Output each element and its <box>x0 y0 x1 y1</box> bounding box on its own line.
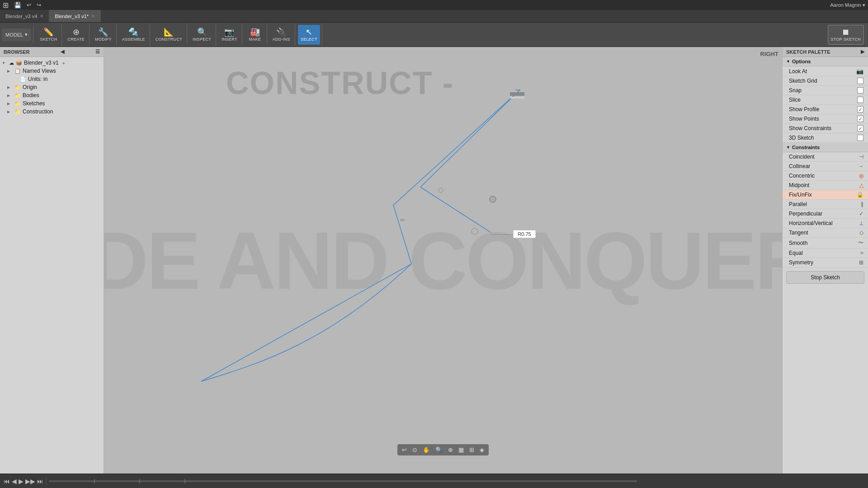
vp-zoom-icon[interactable]: 🔍 <box>434 446 444 454</box>
show-profile-checkbox[interactable] <box>857 106 863 113</box>
root-label: Blender_v3 v1 <box>24 60 59 66</box>
constraint-coincident[interactable]: Coincident ⊣ <box>783 152 868 162</box>
tree-root[interactable]: ▼ ☁ 📦 Blender_v3 v1 ● <box>0 59 104 67</box>
go-next-icon[interactable]: ▶▶ <box>25 478 35 485</box>
vp-fit-icon[interactable]: ⊕ <box>446 446 455 454</box>
create-button[interactable]: ⊕ CREATE <box>65 25 87 45</box>
modify-button[interactable]: 🔧 MODIFY <box>92 25 114 45</box>
palette-expand-icon[interactable]: ▶ <box>861 49 864 55</box>
play-icon[interactable]: ▶ <box>19 478 24 485</box>
browser-collapse-icon[interactable]: ◀ <box>61 49 64 55</box>
constraints-section-header[interactable]: ▼ Constraints <box>783 143 868 152</box>
constraint-horizontal-vertical[interactable]: Horizontal/Vertical ⊥ <box>783 219 868 228</box>
vp-pan-icon[interactable]: ✋ <box>421 446 432 454</box>
vp-more-icon[interactable]: ◈ <box>478 446 486 454</box>
tree-units[interactable]: 📄 Units: in <box>0 75 104 83</box>
tab-label-v1: Blender_v3 v1* <box>55 14 89 19</box>
nav-icons: ⏮ ◀ ▶ ▶▶ ⏭ <box>4 478 43 485</box>
constraint-collinear[interactable]: Collinear → <box>783 162 868 171</box>
make-button[interactable]: 🏭 MAKE <box>245 25 265 45</box>
viewport-controls: ↩ ⊙ ✋ 🔍 ⊕ ▦ ⊞ ◈ <box>397 444 489 455</box>
browser-settings-icon[interactable]: ☰ <box>95 49 100 55</box>
3d-sketch-checkbox[interactable] <box>857 135 863 141</box>
assemble-button[interactable]: 🔩 ASSEMBLE <box>119 25 148 45</box>
go-start-icon[interactable]: ⏮ <box>4 478 10 485</box>
palette-show-points[interactable]: Show Points <box>783 114 868 124</box>
tab-close-v1[interactable]: ✕ <box>91 14 95 19</box>
modify-group: 🔧 MODIFY <box>90 24 117 46</box>
vp-target-icon[interactable]: ⊙ <box>410 446 419 454</box>
constraint-perpendicular[interactable]: Perpendicular ✓ <box>783 209 868 219</box>
constraint-fixunfix[interactable]: Fix/UnFix 🔒 <box>783 190 868 200</box>
tree-sketches[interactable]: ▶ 📁 Sketches <box>0 99 104 108</box>
constraint-parallel[interactable]: Parallel ∥ <box>783 200 868 209</box>
constraint-smooth[interactable]: Smooth 〜 <box>783 238 868 249</box>
canvas-area[interactable]: DIVIDE AND CONQUER CONSTRUCT - RIGHT R0.… <box>104 47 782 474</box>
addins-button[interactable]: 🔌 ADD-INS <box>270 25 293 45</box>
palette-show-profile[interactable]: Show Profile <box>783 105 868 114</box>
file-icon[interactable]: 💾 <box>14 2 21 9</box>
vp-display-icon[interactable]: ⊞ <box>467 446 476 454</box>
constraint-concentric[interactable]: Concentric ◎ <box>783 171 868 181</box>
palette-look-at[interactable]: Look At 📷 <box>783 66 868 76</box>
stop-sketch-label: STOP SKETCH <box>831 37 861 42</box>
mode-dropdown[interactable]: MODEL ▾ <box>2 28 31 41</box>
palette-snap[interactable]: Snap <box>783 86 868 95</box>
equal-icon: = <box>860 250 863 256</box>
vp-undo-icon[interactable]: ↩ <box>400 446 409 454</box>
tab-blender-v4[interactable]: Blender_v3 v4 ✕ <box>0 10 49 22</box>
sketch-grid-checkbox[interactable] <box>857 78 863 84</box>
constraint-symmetry[interactable]: Symmetry ⊞ <box>783 258 868 267</box>
palette-slice[interactable]: Slice <box>783 95 868 105</box>
sketches-label: Sketches <box>23 100 45 107</box>
units-icon: 📄 <box>20 76 26 82</box>
slice-checkbox[interactable] <box>857 97 863 103</box>
constraint-equal[interactable]: Equal = <box>783 249 868 258</box>
options-section-header[interactable]: ▼ Options <box>783 57 868 66</box>
collinear-label: Collinear <box>789 163 810 169</box>
dimension-box <box>513 230 536 238</box>
app-grid-icon[interactable]: ⊞ <box>3 1 9 9</box>
insert-button[interactable]: 📷 INSERT <box>219 25 240 45</box>
tab-close-v4[interactable]: ✕ <box>40 14 43 19</box>
collinear-icon: → <box>858 163 863 169</box>
construct-label: CONSTRUCT <box>156 37 182 42</box>
symmetry-icon: ⊞ <box>859 259 863 266</box>
tree-construction[interactable]: ▶ 📁 Construction <box>0 108 104 116</box>
constraint-midpoint[interactable]: Midpoint △ <box>783 181 868 190</box>
construct-button[interactable]: 📐 CONSTRUCT <box>153 25 185 45</box>
go-end-icon[interactable]: ⏭ <box>37 478 43 485</box>
watermark-text: DIVIDE AND CONQUER <box>104 214 782 307</box>
sketch-button[interactable]: ✏️ SKETCH <box>37 25 60 45</box>
stop-sketch-button[interactable]: Stop Sketch <box>786 271 864 284</box>
show-constraints-checkbox[interactable] <box>857 125 863 131</box>
tab-blender-v1[interactable]: Blender_v3 v1* ✕ <box>49 10 101 22</box>
show-points-checkbox[interactable] <box>857 116 863 122</box>
sketch-canvas[interactable]: R0.75 ✏ <box>104 47 782 474</box>
palette-show-constraints[interactable]: Show Constraints <box>783 124 868 133</box>
parallel-label: Parallel <box>789 201 807 207</box>
tree-origin[interactable]: ▶ 📁 Origin <box>0 83 104 91</box>
root-folder-icon: 📦 <box>16 60 22 66</box>
go-prev-icon[interactable]: ◀ <box>12 478 17 485</box>
stop-sketch-toolbar-button[interactable]: ⏹ STOP SKETCH <box>828 25 864 45</box>
vp-grid-icon[interactable]: ▦ <box>457 446 466 454</box>
undo-icon[interactable]: ↩ <box>27 2 31 8</box>
mode-dropdown-arrow: ▾ <box>25 32 28 38</box>
coincident-label: Coincident <box>789 154 815 160</box>
sketch-group: ✏️ SKETCH <box>35 24 62 46</box>
inspect-button[interactable]: 🔍 INSPECT <box>190 25 214 45</box>
make-icon: 🏭 <box>250 28 260 36</box>
select-button[interactable]: ↖ SELECT <box>298 25 320 45</box>
palette-sketch-grid[interactable]: Sketch Grid <box>783 76 868 86</box>
palette-3d-sketch[interactable]: 3D Sketch <box>783 133 868 143</box>
horiz-vert-icon: ⊥ <box>859 220 863 226</box>
assemble-group: 🔩 ASSEMBLE <box>118 24 150 46</box>
browser-panel: BROWSER ◀ ☰ ▼ ☁ 📦 Blender_v3 v1 ● ▶ 📋 Na… <box>0 47 104 474</box>
sketch-point-3 <box>472 228 478 235</box>
tree-named-views[interactable]: ▶ 📋 Named Views <box>0 67 104 75</box>
tree-bodies[interactable]: ▶ 📁 Bodies <box>0 91 104 99</box>
constraint-tangent[interactable]: Tangent ◇ <box>783 228 868 238</box>
redo-icon[interactable]: ↪ <box>37 2 41 8</box>
snap-checkbox[interactable] <box>857 87 863 94</box>
